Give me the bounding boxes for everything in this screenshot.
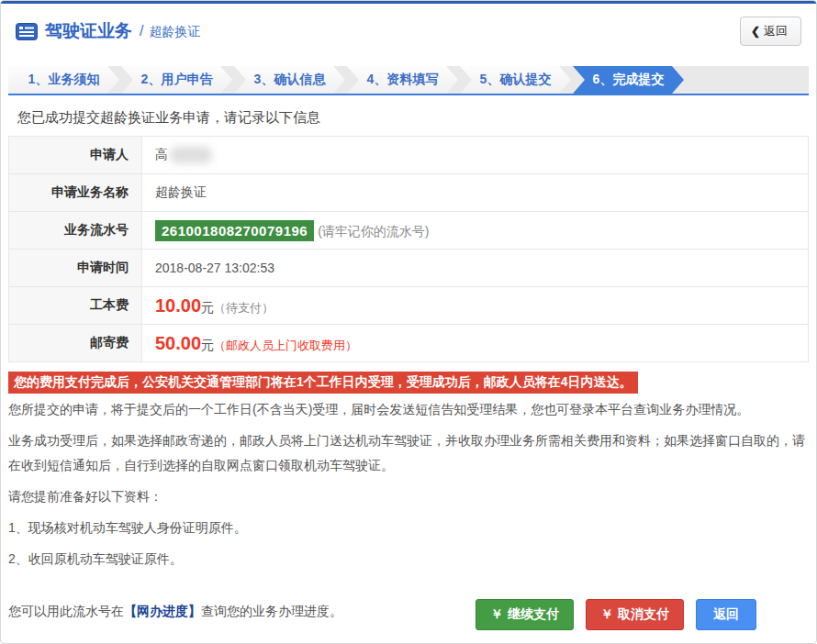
back-button-top[interactable]: ❮返回 <box>740 17 801 46</box>
serial-note: (请牢记你的流水号) <box>318 224 429 239</box>
applicant-label: 申请人 <box>9 137 142 174</box>
action-buttons: ￥继续支付 ￥取消支付 返回 <box>476 599 756 630</box>
table-row-apply-time: 申请时间 2018-08-27 13:02:53 <box>9 250 809 287</box>
table-row-serial: 业务流水号 261001808270079196(请牢记你的流水号) <box>9 212 809 250</box>
step-bar-tail <box>686 66 809 94</box>
post-fee-amount: 50.00 <box>155 333 201 353</box>
application-info-table: 申请人 高 申请业务名称 超龄换证 业务流水号 2610018082700791… <box>8 136 809 362</box>
table-row-work-fee: 工本费 10.00元（待支付） <box>9 287 809 325</box>
header: 驾驶证业务 / 超龄换证 ❮返回 <box>1 4 816 57</box>
back-button-label: 返回 <box>764 24 788 38</box>
table-row-business-name: 申请业务名称 超龄换证 <box>9 174 809 212</box>
notice-material-item-2: 2、收回原机动车驾驶证原件。 <box>8 547 809 572</box>
notice-material-item-1: 1、现场核对机动车驾驶人身份证明原件。 <box>8 516 809 540</box>
breadcrumb-current: 超龄换证 <box>149 24 200 40</box>
apply-time-label: 申请时间 <box>9 250 142 287</box>
cancel-pay-button[interactable]: ￥取消支付 <box>586 599 684 630</box>
post-fee-unit: 元 <box>201 338 214 352</box>
work-fee-note: （待支付） <box>214 301 274 315</box>
serial-label: 业务流水号 <box>9 212 142 250</box>
success-message: 您已成功提交超龄换证业务申请，请记录以下信息 <box>17 109 809 127</box>
notice-paragraph-3: 请您提前准备好以下资料： <box>8 484 809 509</box>
work-fee-value: 10.00元（待支付） <box>142 287 809 325</box>
page-title: 驾驶证业务 <box>45 19 132 43</box>
work-fee-unit: 元 <box>201 300 214 315</box>
breadcrumb-separator: / <box>140 23 143 39</box>
page-container: 驾驶证业务 / 超龄换证 ❮返回 1、业务须知 2、用户申告 3、确认信息 4、… <box>0 0 817 644</box>
name-privacy-mask <box>170 147 212 163</box>
post-fee-label: 邮寄费 <box>9 325 142 362</box>
step-4-fill-materials[interactable]: 4、资料填写 <box>347 66 458 94</box>
step-1-business-notice[interactable]: 1、业务须知 <box>8 66 119 94</box>
yen-icon: ￥ <box>490 606 503 621</box>
continue-pay-label: 继续支付 <box>508 606 559 621</box>
serial-number-badge: 261001808270079196 <box>155 220 314 241</box>
table-row-applicant: 申请人 高 <box>9 137 809 174</box>
serial-value: 261001808270079196(请牢记你的流水号) <box>142 212 809 250</box>
payment-alert-banner: 您的费用支付完成后，公安机关交通管理部门将在1个工作日内受理，受理成功后，邮政人… <box>8 372 638 394</box>
step-3-confirm-info[interactable]: 3、确认信息 <box>234 66 345 94</box>
progress-query-link[interactable]: 【网办进度】 <box>124 604 201 618</box>
step-6-complete-submit[interactable]: 6、完成提交 <box>573 66 684 94</box>
back-button-bottom[interactable]: 返回 <box>696 599 756 630</box>
notice-paragraph-1: 您所提交的申请，将于提交后的一个工作日(不含当天)受理，届时会发送短信告知受理结… <box>8 397 809 422</box>
business-name-value: 超龄换证 <box>142 174 809 212</box>
continue-pay-button[interactable]: ￥继续支付 <box>476 599 574 630</box>
yen-icon: ￥ <box>600 606 613 621</box>
table-row-post-fee: 邮寄费 50.00元（邮政人员上门收取费用） <box>9 325 809 362</box>
cancel-pay-label: 取消支付 <box>618 606 669 621</box>
work-fee-amount: 10.00 <box>155 295 201 316</box>
work-fee-label: 工本费 <box>9 287 142 325</box>
notice-paragraph-2: 业务成功受理后，如果选择邮政寄递的，邮政人员将上门送达机动车驾驶证，并收取办理业… <box>8 428 809 478</box>
notice-section: 您的费用支付完成后，公安机关交通管理部门将在1个工作日内受理，受理成功后，邮政人… <box>8 372 809 624</box>
license-list-icon <box>16 23 38 40</box>
step-5-confirm-submit[interactable]: 5、确认提交 <box>460 66 571 94</box>
step-2-user-declaration[interactable]: 2、用户申告 <box>121 66 232 94</box>
applicant-value: 高 <box>142 137 809 174</box>
post-fee-note: （邮政人员上门收取费用） <box>214 339 357 352</box>
back-bottom-label: 返回 <box>713 606 739 621</box>
post-fee-value: 50.00元（邮政人员上门收取费用） <box>142 325 809 362</box>
business-name-label: 申请业务名称 <box>9 174 142 212</box>
chevron-left-icon: ❮ <box>751 25 760 38</box>
apply-time-value: 2018-08-27 13:02:53 <box>142 250 809 287</box>
step-wizard: 1、业务须知 2、用户申告 3、确认信息 4、资料填写 5、确认提交 6、完成提… <box>8 66 809 95</box>
